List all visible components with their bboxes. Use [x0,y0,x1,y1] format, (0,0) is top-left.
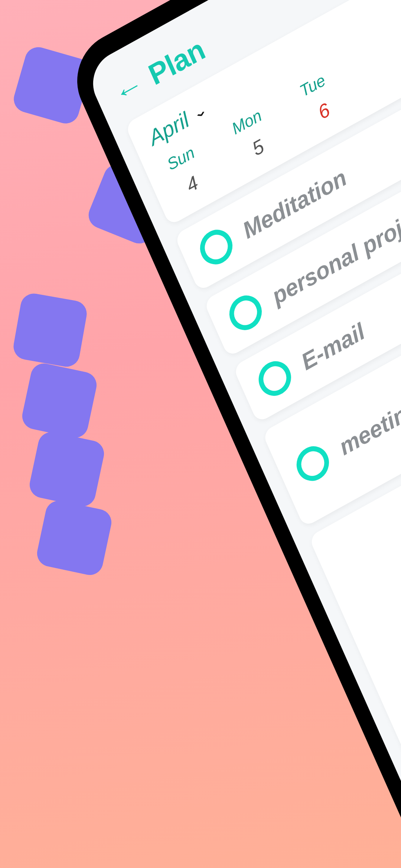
task-name: meeting [335,393,401,460]
back-icon[interactable]: ← [109,68,148,110]
checkbox-circle-icon[interactable] [291,440,335,487]
day-number: 4 [183,171,202,197]
phone-frame: ← Plan April ⌄ Sun 4 Mon 5 Tue 6 [63,0,401,868]
dow-label: Tue [297,70,328,101]
day-mon[interactable]: Mon 5 [225,103,280,167]
deco-shape [35,498,114,577]
task-name: E-mail [297,318,368,375]
deco-shape [12,292,89,369]
dow-label: Mon [229,106,264,138]
dow-label: Sun [164,143,198,174]
day-number: 5 [249,135,267,160]
day-sun[interactable]: Sun 4 [159,140,215,204]
deco-shape [27,430,106,509]
day-tue[interactable]: Tue 6 [291,67,346,131]
chevron-down-icon: ⌄ [192,103,209,121]
day-number: 6 [314,98,333,124]
deco-shape [20,361,99,440]
checkbox-circle-icon[interactable] [195,224,238,270]
checkbox-circle-icon[interactable] [253,355,296,402]
month-label: April [145,107,193,151]
checkbox-circle-icon[interactable] [224,289,267,336]
screen: ← Plan April ⌄ Sun 4 Mon 5 Tue 6 [84,0,401,868]
